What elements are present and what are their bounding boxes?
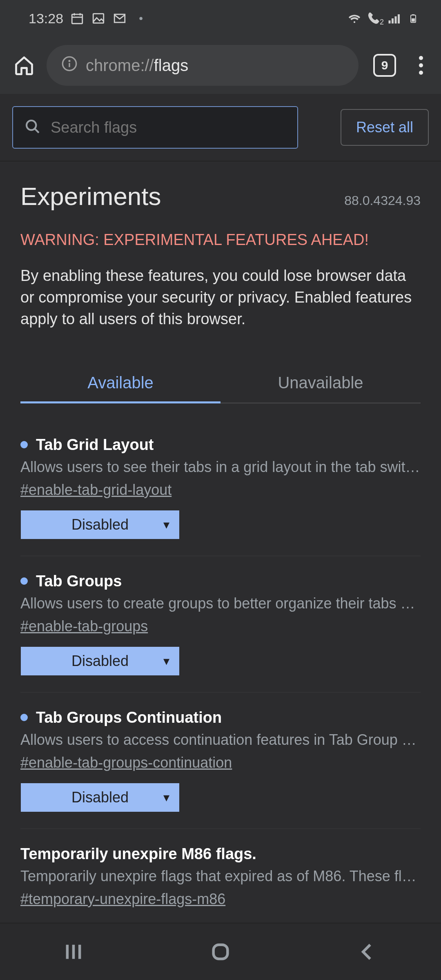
image-icon (91, 11, 106, 26)
wifi-icon (347, 11, 362, 26)
flag-description: Temporarily unexpire flags that expired … (20, 868, 421, 885)
flag-item: Tab GroupsAllows users to create groups … (20, 556, 421, 693)
warning-body: By enabling these features, you could lo… (0, 257, 441, 347)
warning-heading: WARNING: EXPERIMENTAL FEATURES AHEAD! (0, 219, 441, 257)
mail-icon (112, 11, 127, 26)
svg-rect-0 (72, 14, 82, 24)
svg-rect-21 (214, 944, 228, 959)
page-title: Experiments (20, 182, 161, 211)
flag-anchor-link[interactable]: #enable-tab-grid-layout (20, 481, 172, 499)
flag-description: Allows users to see their tabs in a grid… (20, 459, 421, 476)
browser-toolbar: chrome://flags 9 (0, 37, 441, 94)
svg-rect-9 (398, 14, 400, 24)
flag-anchor-link[interactable]: #enable-tab-groups-continuation (20, 754, 232, 771)
battery-icon (406, 11, 421, 26)
flag-description: Allows users to access continuation feat… (20, 731, 421, 748)
back-button[interactable] (351, 935, 384, 968)
status-time: 13:28 (29, 11, 63, 27)
tabs: Available Unavailable (20, 363, 421, 403)
home-button[interactable] (10, 51, 38, 80)
reset-all-button[interactable]: Reset all (341, 109, 429, 146)
svg-rect-4 (93, 14, 104, 23)
svg-rect-11 (412, 14, 414, 16)
overflow-menu-button[interactable] (411, 56, 431, 75)
flag-item: Tab Groups ContinuationAllows users to a… (20, 693, 421, 829)
omnibox[interactable]: chrome://flags (47, 45, 359, 86)
svg-rect-7 (392, 18, 394, 24)
modified-indicator-icon (20, 714, 28, 721)
signal-icon (386, 11, 401, 26)
flag-item: Temporarily unexpire M86 flags.Temporari… (20, 829, 421, 935)
calendar-icon (70, 11, 85, 26)
svg-rect-15 (69, 63, 70, 67)
search-flags-input[interactable] (12, 106, 298, 149)
home-nav-button[interactable] (204, 935, 237, 968)
flag-title: Temporarily unexpire M86 flags. (20, 845, 256, 863)
svg-rect-6 (389, 20, 391, 24)
flag-title: Tab Groups Continuation (36, 709, 222, 726)
search-flags-field[interactable] (51, 119, 286, 136)
svg-rect-8 (395, 16, 397, 24)
modified-indicator-icon (20, 577, 28, 585)
phone-icon: 2 (367, 11, 381, 26)
svg-point-14 (69, 60, 71, 62)
status-bar: 13:28 • 2 (0, 0, 441, 37)
svg-point-16 (27, 120, 36, 130)
flag-description: Allows users to create groups to better … (20, 595, 421, 612)
svg-line-17 (35, 129, 39, 133)
flag-state-select[interactable]: Disabled (20, 783, 180, 812)
tab-available[interactable]: Available (20, 363, 220, 403)
flags-page: Reset all Experiments 88.0.4324.93 WARNI… (0, 94, 441, 935)
tab-switcher-button[interactable]: 9 (373, 54, 396, 77)
flags-list: Tab Grid LayoutAllows users to see their… (0, 403, 441, 935)
version-text: 88.0.4324.93 (344, 193, 421, 208)
flag-title: Tab Grid Layout (36, 436, 154, 454)
flag-state-select[interactable]: Disabled (20, 510, 180, 539)
modified-indicator-icon (20, 441, 28, 448)
system-navbar (0, 923, 441, 980)
svg-rect-12 (412, 18, 415, 22)
flag-anchor-link[interactable]: #enable-tab-groups (20, 618, 148, 635)
flag-anchor-link[interactable]: #temporary-unexpire-flags-m86 (20, 891, 225, 908)
search-icon (24, 118, 41, 136)
dot-icon: • (134, 11, 148, 26)
flag-state-select[interactable]: Disabled (20, 646, 180, 676)
info-icon (61, 56, 78, 76)
url-text: chrome://flags (86, 56, 188, 75)
flag-item: Tab Grid LayoutAllows users to see their… (20, 420, 421, 556)
flag-title: Tab Groups (36, 572, 122, 590)
tab-unavailable[interactable]: Unavailable (220, 363, 421, 403)
recents-button[interactable] (57, 935, 90, 968)
